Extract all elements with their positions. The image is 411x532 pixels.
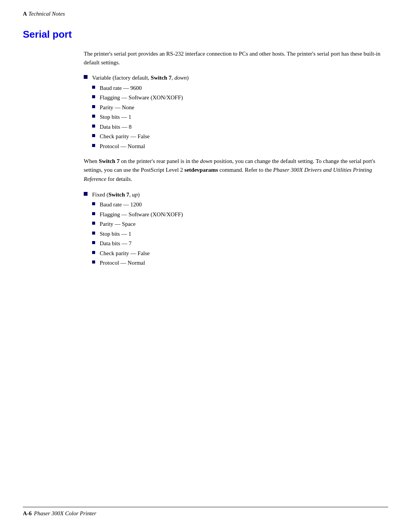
- variable-subitem-2: Flagging — Software (XON/XOFF): [100, 93, 183, 102]
- fixed-label-plain1: Fixed (: [92, 192, 108, 198]
- footer-title: Phaser 300X Color Printer: [34, 510, 96, 517]
- variable-subitem-6: Check parity — False: [100, 132, 150, 141]
- fixed-subitem-4: Stop bits — 1: [100, 230, 131, 238]
- down-italic: down: [200, 158, 213, 164]
- list-item: Data bits — 7: [92, 239, 183, 248]
- footer-label: A-6: [23, 510, 32, 517]
- variable-subitems: Baud rate — 9600 Flagging — Software (XO…: [92, 84, 189, 151]
- variable-label-italic: , down: [172, 75, 187, 81]
- bullet-icon: [92, 95, 95, 98]
- variable-label-plain: Variable (factory default,: [92, 75, 151, 81]
- page-header: A Technical Notes: [0, 0, 411, 17]
- variable-label-bold: Switch 7: [151, 75, 172, 81]
- list-item: Data bits — 8: [92, 123, 189, 131]
- fixed-subitem-1: Baud rate — 1200: [100, 200, 142, 209]
- fixed-subitem-7: Protocol — Normal: [100, 259, 145, 267]
- mid-paragraph: When Switch 7 on the printer's rear pane…: [84, 157, 388, 184]
- bullet-icon: [92, 251, 95, 254]
- section-title: Serial port: [23, 29, 388, 40]
- fixed-subitems: Baud rate — 1200 Flagging — Software (XO…: [92, 200, 183, 267]
- header-title: Technical Notes: [29, 11, 65, 17]
- list-item: Flagging — Software (XON/XOFF): [92, 93, 189, 102]
- list-item: Protocol — Normal: [92, 259, 183, 267]
- bullet-icon: [92, 260, 95, 264]
- variable-subitem-5: Data bits — 8: [100, 123, 132, 131]
- bullet-icon: [84, 75, 88, 79]
- fixed-subitem-2: Flagging — Software (XON/XOFF): [100, 210, 183, 219]
- list-item: Stop bits — 1: [92, 113, 189, 121]
- variable-subitem-3: Parity — None: [100, 103, 134, 112]
- variable-subitem-7: Protocol — Normal: [100, 142, 145, 151]
- variable-subitem-1: Baud rate — 9600: [100, 84, 142, 93]
- list-item: Baud rate — 9600: [92, 84, 189, 93]
- bullet-icon: [92, 241, 95, 244]
- fixed-item: Fixed (Switch 7, up) Baud rate — 1200 Fl…: [84, 190, 388, 268]
- fixed-subitem-6: Check parity — False: [100, 249, 150, 258]
- variable-subitem-4: Stop bits — 1: [100, 113, 131, 121]
- list-item: Parity — None: [92, 103, 189, 112]
- page-footer: A-6 Phaser 300X Color Printer: [23, 507, 388, 517]
- bullet-icon: [84, 192, 88, 196]
- variable-item: Variable (factory default, Switch 7, dow…: [84, 73, 388, 152]
- header-letter: A: [23, 11, 27, 17]
- bullet-icon: [92, 134, 95, 137]
- intro-paragraph: The printer's serial port provides an RS…: [84, 50, 388, 67]
- list-item: Parity — Space: [92, 220, 183, 228]
- bullet-icon: [92, 115, 95, 118]
- bullet-icon: [92, 105, 95, 108]
- list-item: Baud rate — 1200: [92, 200, 183, 209]
- bullet-icon: [92, 212, 95, 215]
- fixed-list: Fixed (Switch 7, up) Baud rate — 1200 Fl…: [84, 190, 388, 268]
- fixed-label-bold: Switch 7: [108, 192, 129, 198]
- setdevparams-bold: setdevparams: [185, 167, 218, 173]
- list-item: Check parity — False: [92, 249, 183, 258]
- variable-label-end: ): [187, 75, 189, 81]
- fixed-subitem-5: Data bits — 7: [100, 239, 132, 248]
- page: A Technical Notes Serial port The printe…: [0, 0, 411, 532]
- switch7-bold-1: Switch 7: [99, 158, 120, 164]
- list-item: Stop bits — 1: [92, 230, 183, 238]
- bullet-icon: [92, 86, 95, 89]
- fixed-label-italic: , up: [129, 192, 138, 198]
- fixed-label-end: ): [138, 192, 140, 198]
- bullet-icon: [92, 232, 95, 235]
- bullet-icon: [92, 144, 95, 147]
- bullet-icon: [92, 202, 95, 205]
- fixed-subitem-3: Parity — Space: [100, 220, 135, 228]
- list-item: Check parity — False: [92, 132, 189, 141]
- list-item: Protocol — Normal: [92, 142, 189, 151]
- main-content: Serial port The printer's serial port pr…: [0, 17, 411, 289]
- reference-italic: Phaser 300X Drivers and Utilities Printi…: [84, 167, 372, 182]
- list-item: Flagging — Software (XON/XOFF): [92, 210, 183, 219]
- bullet-icon: [92, 222, 95, 225]
- variable-list: Variable (factory default, Switch 7, dow…: [84, 73, 388, 152]
- bullet-icon: [92, 125, 95, 128]
